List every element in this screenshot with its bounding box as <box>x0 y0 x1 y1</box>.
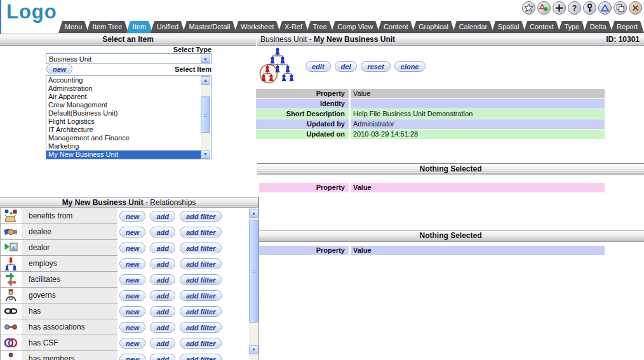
select-item-option[interactable]: Marketing <box>46 142 201 150</box>
edit-button[interactable]: edit <box>305 61 331 72</box>
relationship-row-buttons: newaddadd filter <box>119 338 222 349</box>
windows-icon[interactable] <box>614 1 627 15</box>
select-item-option[interactable]: Accounting <box>46 76 201 84</box>
relationship-label: governs <box>29 288 56 303</box>
add-filter-button[interactable]: add filter <box>180 258 222 269</box>
delta-icon[interactable] <box>598 1 612 15</box>
scroll-down-button[interactable]: ▼ <box>249 345 258 354</box>
add-filter-button[interactable]: add filter <box>180 227 222 237</box>
tab-menu[interactable]: Menu <box>58 21 88 33</box>
new-button[interactable]: new <box>119 227 145 237</box>
select-item-option[interactable]: Air Apparent <box>46 93 201 101</box>
add-button[interactable]: add <box>150 258 175 269</box>
add-icon[interactable] <box>553 1 566 15</box>
new-item-button[interactable]: new <box>46 63 72 74</box>
scroll-up-button[interactable]: ▲ <box>201 76 210 85</box>
select-item-option[interactable]: IT Architecture <box>46 126 201 134</box>
detail-header-type: Business Unit - <box>260 35 314 44</box>
new-button[interactable]: new <box>119 211 145 222</box>
select-item-option[interactable]: Management and Finance <box>46 134 201 142</box>
tab-tree[interactable]: Tree <box>307 21 333 33</box>
reset-button[interactable]: reset <box>361 61 390 72</box>
tab-unified[interactable]: Unified <box>151 21 185 33</box>
listbox-scrollbar[interactable]: ▲ ▼ <box>201 76 210 159</box>
new-button[interactable]: new <box>119 338 145 349</box>
add-button[interactable]: add <box>150 211 175 222</box>
item-listbox[interactable]: AccountingAdministrationAir ApparentCrew… <box>46 75 211 159</box>
chevron-down-icon[interactable]: ▼ <box>201 55 210 63</box>
new-button[interactable]: new <box>119 322 145 333</box>
item-id-label: ID: <box>606 35 616 44</box>
type-dropdown[interactable]: Business Unit ▼ <box>46 53 211 64</box>
select-item-option[interactable]: Administration <box>46 84 201 93</box>
scroll-up-button[interactable]: ▲ <box>249 209 258 218</box>
value-column-header: Value <box>351 246 605 255</box>
tab-comp-view[interactable]: Comp View <box>332 21 380 33</box>
tab-content[interactable]: Content <box>377 21 414 33</box>
tab-master-detail[interactable]: Master/Detail <box>183 21 236 33</box>
relationship-row: governsnewaddadd filter <box>1 288 249 303</box>
tab-graphical[interactable]: Graphical <box>412 21 455 33</box>
relationship-row: facilitatesnewaddadd filter <box>1 272 249 288</box>
select-item-option[interactable]: My New Business Unit <box>46 150 201 159</box>
select-item-option[interactable]: Crew Management <box>46 101 201 109</box>
tab-delta[interactable]: Delta <box>584 21 612 33</box>
tab-item-tree[interactable]: Item Tree <box>86 21 128 33</box>
add-button[interactable]: add <box>150 290 175 301</box>
new-button[interactable]: new <box>119 274 145 285</box>
property-column-header: Property <box>259 183 349 192</box>
new-button[interactable]: new <box>119 306 145 317</box>
add-filter-button[interactable]: add filter <box>180 322 222 333</box>
tab-x-ref[interactable]: X-Ref <box>278 21 309 33</box>
tab-spatial[interactable]: Spatial <box>492 21 525 33</box>
add-button[interactable]: add <box>150 227 175 237</box>
add-filter-button[interactable]: add filter <box>180 338 222 349</box>
new-button[interactable]: new <box>119 243 145 253</box>
detail-header-item-name: My New Business Unit <box>314 35 395 44</box>
type-dropdown-value: Business Unit <box>49 55 91 63</box>
tab-calendar[interactable]: Calendar <box>453 21 493 33</box>
has-members-icon <box>4 352 18 360</box>
new-button[interactable]: new <box>119 290 145 301</box>
add-filter-button[interactable]: add filter <box>180 274 222 285</box>
relationship-row: benefits fromnewaddadd filter <box>1 208 249 224</box>
add-filter-button[interactable]: add filter <box>180 306 222 317</box>
add-filter-button[interactable]: add filter <box>180 243 222 253</box>
relationship-label: dealee <box>29 224 51 240</box>
add-filter-button[interactable]: add filter <box>180 354 222 360</box>
scroll-thumb[interactable] <box>249 220 258 323</box>
add-filter-button[interactable]: add filter <box>180 290 222 301</box>
del-button[interactable]: del <box>335 61 358 72</box>
add-filter-button[interactable]: add filter <box>180 211 222 222</box>
scroll-down-button[interactable]: ▼ <box>201 150 210 159</box>
close-icon[interactable] <box>629 1 642 15</box>
shapes-icon[interactable] <box>537 1 551 15</box>
select-item-option[interactable]: Flight Logistics <box>46 117 201 126</box>
add-button[interactable]: add <box>150 243 175 253</box>
relationships-header: My New Business Unit - Relationships <box>0 197 258 208</box>
add-button[interactable]: add <box>150 306 175 317</box>
add-button[interactable]: add <box>150 322 175 333</box>
select-item-option[interactable]: Default(Business Unit) <box>46 109 201 117</box>
add-button[interactable]: add <box>150 274 175 285</box>
tab-type[interactable]: Type <box>558 21 586 33</box>
relationship-row-buttons: newaddadd filter <box>119 322 222 333</box>
property-row: Short DescriptionHelp File Business Unit… <box>256 109 605 119</box>
help-icon[interactable]: ? <box>568 1 581 15</box>
new-button[interactable]: new <box>119 354 145 360</box>
add-button[interactable]: add <box>150 354 175 360</box>
has-csf-icon <box>4 336 18 350</box>
wand-icon[interactable] <box>522 1 535 15</box>
scroll-thumb[interactable] <box>201 97 210 133</box>
relationships-scrollbar[interactable]: ▲ ▼ <box>249 208 258 360</box>
key-icon[interactable] <box>583 1 596 15</box>
tab-item[interactable]: Item <box>126 21 152 33</box>
new-button[interactable]: new <box>119 258 145 269</box>
select-item-label: Select Item <box>175 65 211 73</box>
clone-button[interactable]: clone <box>394 61 426 72</box>
tab-context[interactable]: Context <box>523 21 560 33</box>
add-button[interactable]: add <box>150 338 175 349</box>
relationship-row: employsnewaddadd filter <box>1 256 249 272</box>
tab-report[interactable]: Report <box>610 21 644 33</box>
tab-worksheet[interactable]: Worksheet <box>234 21 280 33</box>
